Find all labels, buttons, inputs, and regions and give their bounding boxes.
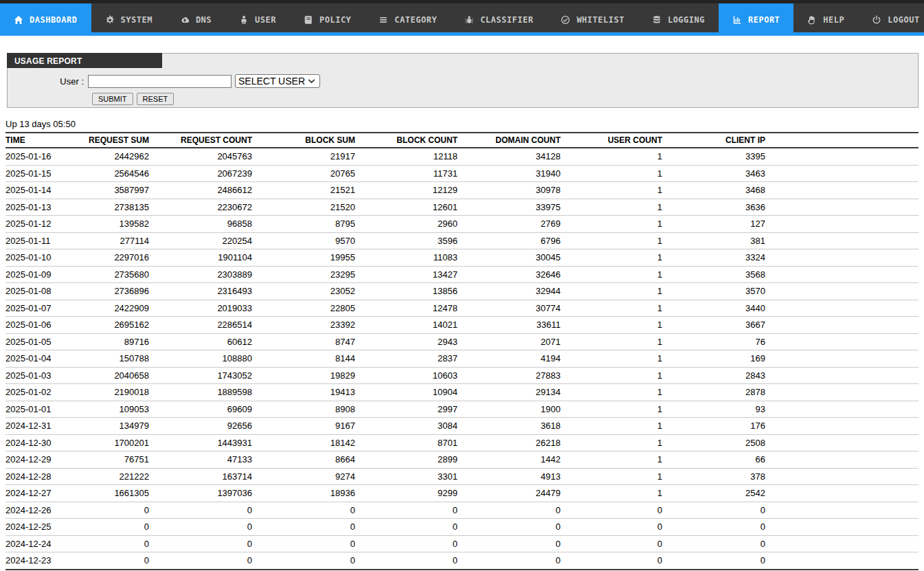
cell-value: 34128 <box>463 148 566 165</box>
cell-filler <box>771 266 919 283</box>
cell-value: 221222 <box>82 468 155 485</box>
cell-value: 0 <box>566 535 668 552</box>
cell-value: 2297016 <box>82 249 155 267</box>
usage-report-title: USAGE REPORT <box>7 53 162 68</box>
user-input[interactable] <box>88 75 232 88</box>
cell-time: 2025-01-07 <box>5 300 82 317</box>
cell-filler <box>771 367 919 384</box>
cell-value: 89716 <box>82 333 155 350</box>
nav-item-label: LOGOUT <box>888 15 919 25</box>
cell-time: 2025-01-12 <box>5 216 82 233</box>
cell-value: 3568 <box>668 266 771 283</box>
cell-value: 18142 <box>258 434 361 451</box>
cell-value: 32646 <box>463 266 566 283</box>
cell-value: 2542 <box>668 485 771 502</box>
nav-item-system[interactable]: SYSTEM <box>91 3 166 36</box>
nav-item-dns[interactable]: DNS <box>166 3 225 36</box>
cell-value: 8747 <box>258 333 361 350</box>
cell-value: 3440 <box>668 300 771 317</box>
cell-value: 1 <box>566 333 668 350</box>
usage-report-table: TIMEREQUEST SUMREQUEST COUNTBLOCK SUMBLO… <box>5 132 919 570</box>
nav-item-category[interactable]: CATEGORY <box>365 3 451 36</box>
cell-value: 96858 <box>155 216 258 233</box>
user-select-value: SELECT USER <box>238 76 305 87</box>
nav-item-report[interactable]: REPORT <box>719 3 793 36</box>
table-row: 2025-01-03204065817430521982910603278831… <box>5 367 919 384</box>
cell-time: 2024-12-24 <box>5 535 82 552</box>
cell-value: 20765 <box>258 165 361 182</box>
cell-value: 9299 <box>361 485 463 502</box>
cell-value: 109053 <box>82 401 155 418</box>
cell-time: 2024-12-23 <box>5 552 82 570</box>
cell-value: 2695162 <box>82 317 155 334</box>
cell-time: 2025-01-13 <box>5 199 82 216</box>
nav-item-whitelist[interactable]: WHITELIST <box>547 3 638 36</box>
cell-filler <box>771 283 919 300</box>
cell-value: 0 <box>463 535 566 552</box>
table-row: 2025-01-06269516222865142339214021336111… <box>5 317 919 334</box>
nav-item-classifier[interactable]: CLASSIFIER <box>451 3 547 36</box>
nav-item-dashboard[interactable]: DASHBOARD <box>0 3 91 36</box>
cell-time: 2024-12-28 <box>5 468 82 485</box>
table-row: 2024-12-27166130513970361893692992447912… <box>5 485 919 502</box>
cell-value: 1 <box>566 266 668 283</box>
table-row: 2024-12-282212221637149274330149131378 <box>5 468 919 485</box>
user-select[interactable]: SELECT USER <box>235 74 320 88</box>
cell-value: 2486612 <box>155 182 258 199</box>
cell-filler <box>771 249 919 267</box>
cell-value: 2738135 <box>82 199 155 216</box>
reset-button[interactable]: RESET <box>137 93 174 105</box>
cell-value: 2190018 <box>82 384 155 401</box>
cell-value: 3618 <box>463 418 566 435</box>
cell-value: 3570 <box>668 283 771 300</box>
uptime-text: Up 13 days 05:50 <box>5 119 924 129</box>
cell-value: 2878 <box>668 384 771 401</box>
nav-item-logout[interactable]: LOGOUT <box>858 3 924 36</box>
cell-value: 3324 <box>668 249 771 267</box>
cell-value: 1 <box>566 485 668 502</box>
cell-value: 0 <box>566 552 668 570</box>
cell-value: 0 <box>258 519 361 536</box>
cell-value: 2303889 <box>155 266 258 283</box>
cell-value: 4194 <box>463 350 566 368</box>
navbar-items: DASHBOARDSYSTEMDNSUSERPOLICYCATEGORYCLAS… <box>0 3 924 36</box>
cell-value: 139582 <box>82 216 155 233</box>
bug-icon <box>464 15 474 25</box>
cell-value: 176 <box>668 418 771 435</box>
table-row: 2024-12-31134979926569167308436181176 <box>5 418 919 435</box>
bar-chart-icon <box>732 15 742 25</box>
cell-filler <box>771 502 919 519</box>
cell-value: 9167 <box>258 418 361 435</box>
table-row: 2024-12-240000000 <box>5 535 919 552</box>
cell-value: 2442962 <box>82 148 155 165</box>
nav-item-help[interactable]: HELP <box>793 3 858 36</box>
column-header-client-ip: CLIENT IP <box>668 133 771 148</box>
cell-value: 1443931 <box>155 434 258 451</box>
table-row: 2024-12-250000000 <box>5 519 919 536</box>
cell-value: 18936 <box>258 485 361 502</box>
cell-value: 4913 <box>463 468 566 485</box>
nav-item-policy[interactable]: POLICY <box>290 3 365 36</box>
cell-value: 2286514 <box>155 317 258 334</box>
cell-value: 3463 <box>668 165 771 182</box>
cell-value: 1397036 <box>155 485 258 502</box>
cell-filler <box>771 182 919 199</box>
nav-item-label: CATEGORY <box>394 15 437 25</box>
submit-button[interactable]: SUBMIT <box>92 93 133 105</box>
cell-time: 2024-12-30 <box>5 434 82 451</box>
nav-item-label: WHITELIST <box>576 15 624 25</box>
navbar-top-strip <box>0 0 924 3</box>
cell-value: 92656 <box>155 418 258 435</box>
cell-value: 3301 <box>361 468 463 485</box>
table-row: 2024-12-297675147133866428991442166 <box>5 451 919 469</box>
table-row: 2025-01-07242290920190332280512478307741… <box>5 300 919 317</box>
nav-item-logging[interactable]: LOGGING <box>638 3 719 36</box>
home-icon <box>14 15 23 25</box>
usage-report-panel: User : SELECT USER SUBMIT RESET USAGE RE… <box>7 53 919 108</box>
nav-item-user[interactable]: USER <box>225 3 290 36</box>
nav-item-label: DASHBOARD <box>30 15 78 25</box>
cell-value: 31940 <box>463 165 566 182</box>
cell-value: 1 <box>566 434 668 451</box>
cell-value: 60612 <box>155 333 258 350</box>
cell-value: 0 <box>82 552 155 570</box>
